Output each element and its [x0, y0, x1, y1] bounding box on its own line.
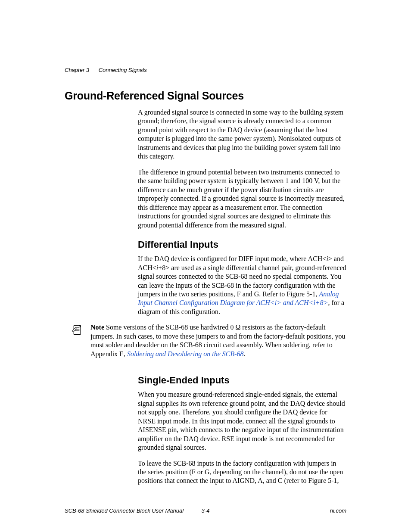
text-run: .: [244, 350, 246, 358]
page-footer: SCB-68 Shielded Connector Block User Man…: [65, 507, 346, 514]
text-run: +8> are used as a single differential ch…: [138, 264, 346, 298]
section-heading-ground-referenced: Ground-Referenced Signal Sources: [65, 90, 346, 102]
chapter-title: Connecting Signals: [99, 67, 147, 73]
paragraph: If the DAQ device is configured for DIFF…: [138, 255, 346, 316]
paragraph: To leave the SCB-68 inputs in the factor…: [138, 459, 346, 485]
running-header: Chapter 3 Connecting Signals: [65, 67, 346, 73]
note-label: Note: [90, 324, 104, 331]
paragraph: When you measure ground-referenced singl…: [138, 390, 346, 452]
paragraph: A grounded signal source is connected in…: [138, 108, 346, 161]
note-icon: [65, 323, 90, 338]
page-content: Chapter 3 Connecting Signals Ground-Refe…: [0, 0, 411, 485]
link-soldering-desoldering[interactable]: Soldering and Desoldering on the SCB-68: [127, 350, 244, 358]
subsection-heading-differential-inputs: Differential Inputs: [138, 239, 346, 250]
text-run: If the DAQ device is configured for DIFF…: [138, 255, 326, 262]
chapter-number: Chapter 3: [65, 67, 89, 73]
paragraph: The difference in ground potential betwe…: [138, 168, 346, 230]
footer-page-number: 3-4: [65, 507, 346, 514]
subsection-heading-single-ended-inputs: Single-Ended Inputs: [138, 375, 346, 386]
note-paragraph: Note Some versions of the SCB-68 use har…: [90, 323, 346, 358]
note-block: Note Some versions of the SCB-68 use har…: [65, 323, 346, 365]
